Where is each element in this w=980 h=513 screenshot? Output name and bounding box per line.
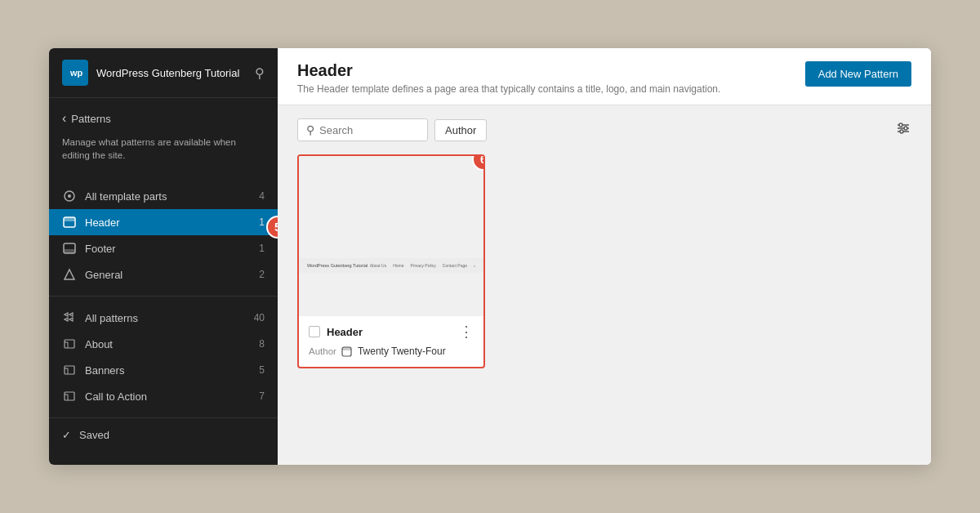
add-new-pattern-button[interactable]: Add New Pattern <box>805 61 911 87</box>
page-title: Header <box>297 61 720 80</box>
preview-nav-privacy: Privacy Policy <box>411 263 436 268</box>
header-nav-wrapper: Header 1 5 <box>49 209 278 235</box>
saved-check-icon: ✓ <box>62 429 71 441</box>
svg-point-15 <box>899 123 902 127</box>
search-input[interactable] <box>319 124 419 136</box>
sidebar-item-cta[interactable]: Call to Action 7 <box>49 383 278 409</box>
svg-text:wp: wp <box>69 68 83 78</box>
patterns-grid: 6 WordPress Gutenberg Tutorial About Us … <box>297 154 911 368</box>
all-template-parts-count: 4 <box>259 190 265 202</box>
filter-adjust-icon[interactable] <box>895 120 911 141</box>
nav-divider-2 <box>49 417 278 418</box>
header-nav-count: 1 <box>259 216 265 228</box>
svg-rect-7 <box>64 249 75 253</box>
svg-point-17 <box>900 130 903 133</box>
sidebar-item-banners[interactable]: Banners 5 <box>49 357 278 383</box>
preview-nav-home: Home <box>393 263 403 268</box>
about-label: About <box>85 338 259 350</box>
preview-nav-more: › <box>474 263 475 268</box>
pattern-name: Header <box>327 326 459 338</box>
footer-nav-count: 1 <box>259 243 265 254</box>
general-nav-count: 2 <box>259 269 265 280</box>
svg-rect-19 <box>342 347 351 350</box>
footer-nav-icon <box>62 241 77 256</box>
svg-point-16 <box>904 127 907 130</box>
sidebar-item-all-template-parts[interactable]: All template parts 4 <box>49 183 278 209</box>
preview-nav-contact: Contact Page <box>443 263 467 268</box>
author-filter-button[interactable]: Author <box>434 119 487 141</box>
preview-nav-about: About Us <box>370 263 387 268</box>
sidebar-item-general[interactable]: General 2 <box>49 261 278 288</box>
footer-nav-label: Footer <box>85 243 259 255</box>
all-template-parts-label: All template parts <box>85 190 259 203</box>
general-nav-icon <box>62 267 77 282</box>
svg-rect-9 <box>65 340 74 348</box>
banners-icon <box>62 363 77 377</box>
sidebar-item-header[interactable]: Header 1 <box>49 209 278 235</box>
pattern-menu-button[interactable]: ⋮ <box>459 324 474 339</box>
back-arrow-icon: ‹ <box>62 111 66 126</box>
theme-icon <box>341 346 353 357</box>
patterns-nav-title: Patterns <box>71 113 110 125</box>
pattern-preview: WordPress Gutenberg Tutorial About Us Ho… <box>299 156 483 315</box>
pattern-meta-label: Author <box>309 346 336 356</box>
sidebar-item-all-patterns[interactable]: All patterns 40 <box>49 305 278 331</box>
general-nav-label: General <box>85 269 259 281</box>
svg-rect-11 <box>65 392 74 400</box>
pattern-theme-name: Twenty Twenty-Four <box>358 346 446 357</box>
nav-divider <box>49 296 278 297</box>
main-header: Header The Header template defines a pag… <box>278 48 931 105</box>
about-count: 8 <box>259 338 265 350</box>
sidebar-item-footer[interactable]: Footer 1 <box>49 235 278 261</box>
cta-count: 7 <box>259 390 265 402</box>
all-patterns-label: All patterns <box>85 312 254 324</box>
svg-point-3 <box>68 194 71 198</box>
pattern-checkbox[interactable] <box>309 326 320 337</box>
all-patterns-icon <box>62 310 77 325</box>
pattern-card-header[interactable]: 6 WordPress Gutenberg Tutorial About Us … <box>297 154 485 368</box>
about-icon <box>62 337 77 351</box>
back-button[interactable]: ‹ Patterns <box>62 111 265 126</box>
pattern-meta: Author Twenty Twenty-Four <box>309 346 474 357</box>
search-icon: ⚲ <box>306 123 314 136</box>
patterns-description: Manage what patterns are available when … <box>62 136 265 162</box>
pattern-card-footer: Header ⋮ Author Twenty Twenty- <box>299 315 483 367</box>
svg-rect-5 <box>64 217 75 221</box>
saved-label: Saved <box>79 429 109 441</box>
sidebar-header: wp WordPress Gutenberg Tutorial ⚲ <box>49 48 278 98</box>
svg-marker-8 <box>65 270 74 279</box>
patterns-section: All patterns 40 About 8 <box>49 301 278 413</box>
main-body: ⚲ Author <box>278 105 931 465</box>
header-nav-icon <box>62 215 77 230</box>
search-icon[interactable]: ⚲ <box>255 65 265 81</box>
banners-label: Banners <box>85 364 259 377</box>
preview-site-name: WordPress Gutenberg Tutorial <box>307 263 368 268</box>
sidebar-item-saved[interactable]: ✓ Saved <box>49 423 278 447</box>
patterns-nav: ‹ Patterns Manage what patterns are avai… <box>49 98 278 180</box>
svg-rect-10 <box>65 366 74 374</box>
sidebar-title: WordPress Gutenberg Tutorial <box>96 67 247 79</box>
search-filter-row: ⚲ Author <box>297 118 911 141</box>
wp-logo: wp <box>62 60 88 86</box>
template-parts-section: All template parts 4 Header 1 <box>49 180 278 291</box>
all-patterns-count: 40 <box>254 312 265 323</box>
search-box[interactable]: ⚲ <box>297 118 428 141</box>
header-nav-label: Header <box>85 216 259 229</box>
pattern-title-row: Header ⋮ <box>309 324 474 339</box>
page-subtitle: The Header template defines a page area … <box>297 83 720 95</box>
cta-label: Call to Action <box>85 390 259 403</box>
main-content: Header The Header template defines a pag… <box>278 48 931 465</box>
sidebar: wp WordPress Gutenberg Tutorial ⚲ ‹ Patt… <box>49 48 278 465</box>
header-info: Header The Header template defines a pag… <box>297 61 720 95</box>
template-parts-icon <box>62 189 77 203</box>
banners-count: 5 <box>259 364 265 376</box>
sidebar-item-about[interactable]: About 8 <box>49 331 278 357</box>
cta-icon <box>62 389 77 404</box>
sidebar-nav: All template parts 4 Header 1 <box>49 180 278 465</box>
